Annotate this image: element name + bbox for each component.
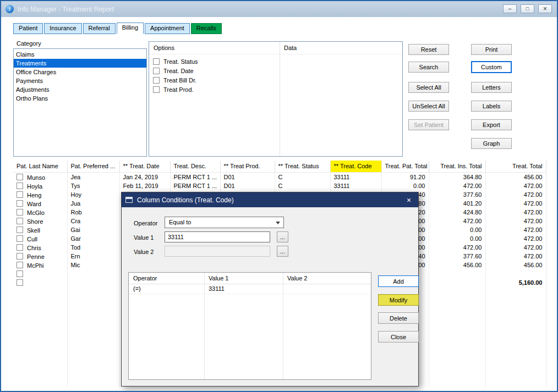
value1-input[interactable] bbox=[165, 231, 270, 242]
option-item-treat-date[interactable]: Treat. Date bbox=[149, 66, 402, 75]
dialog-close-icon[interactable]: × bbox=[400, 192, 418, 207]
maximize-button[interactable]: □ bbox=[521, 4, 534, 13]
row-checkbox[interactable] bbox=[17, 270, 23, 277]
cell-preferred: Jea bbox=[67, 173, 119, 182]
modify-button[interactable]: Modify bbox=[378, 294, 419, 306]
cell-preferred: Cra bbox=[67, 217, 119, 225]
cell-status: C bbox=[275, 181, 330, 190]
cell-last-name: Munso bbox=[27, 174, 45, 181]
labels-button[interactable]: Labels bbox=[471, 101, 512, 112]
tab-patient[interactable]: Patient bbox=[13, 23, 43, 34]
checkbox[interactable] bbox=[153, 77, 160, 84]
cell-last-name: Shore bbox=[27, 218, 43, 225]
cell-ins-total: 377.60 bbox=[429, 190, 485, 199]
col-header-ins-total[interactable]: Treat. Ins. Total bbox=[429, 161, 485, 173]
delete-button[interactable]: Delete bbox=[378, 312, 419, 324]
cell-total: 472.00 bbox=[485, 217, 546, 225]
category-item-claims[interactable]: Claims bbox=[14, 50, 146, 59]
title-bar[interactable]: i Info Manager - Treatment Report bbox=[1, 1, 557, 17]
cond-col-operator: Operator bbox=[129, 273, 204, 284]
tab-billing[interactable]: Billing bbox=[117, 23, 144, 34]
chevron-down-icon bbox=[276, 222, 280, 224]
value2-label: Value 2 bbox=[134, 249, 154, 255]
checkbox[interactable] bbox=[153, 58, 160, 65]
app-icon: i bbox=[6, 5, 14, 13]
row-checkbox[interactable] bbox=[17, 253, 23, 260]
row-checkbox[interactable] bbox=[17, 191, 23, 198]
print-button[interactable]: Print bbox=[471, 44, 512, 55]
cell-preferred: Rob bbox=[67, 208, 119, 217]
cell-date: Feb 11, 2019 bbox=[119, 181, 170, 190]
category-item-treatments[interactable]: Treatments bbox=[14, 59, 146, 68]
row-checkbox[interactable] bbox=[17, 262, 23, 268]
tab-recalls[interactable]: Recalls bbox=[191, 23, 222, 34]
cell-ins-total: 472.00 bbox=[429, 217, 485, 225]
col-header-treat-total[interactable]: Treat. Total bbox=[485, 161, 546, 173]
checkbox[interactable] bbox=[153, 86, 160, 93]
tab-referral[interactable]: Referral bbox=[83, 23, 116, 34]
col-header-treat-status[interactable]: ** Treat. Status bbox=[275, 161, 330, 173]
col-header-pat-total[interactable]: Treat. Pat. Total bbox=[381, 161, 429, 173]
value2-browse-button[interactable]: ... bbox=[277, 246, 288, 257]
category-listbox: Claims Treatments Office Charges Payment… bbox=[13, 48, 147, 157]
cell-preferred: Ern bbox=[67, 252, 119, 261]
cell-total: 472.00 bbox=[485, 252, 546, 261]
row-checkbox[interactable] bbox=[17, 235, 23, 242]
search-button[interactable]: Search bbox=[408, 62, 449, 73]
checkbox[interactable] bbox=[153, 68, 160, 74]
condition-row[interactable]: (=) 33111 bbox=[129, 284, 371, 294]
cell-ins-total: 424.80 bbox=[429, 208, 485, 217]
option-item-treat-prod[interactable]: Treat Prod. bbox=[149, 85, 402, 94]
cell-ins-total: 472.00 bbox=[429, 181, 485, 190]
category-item-ortho-plans[interactable]: Ortho Plans bbox=[14, 94, 146, 103]
tab-appointment[interactable]: Appointment bbox=[145, 23, 190, 34]
reset-button[interactable]: Reset bbox=[408, 44, 449, 55]
row-checkbox[interactable] bbox=[17, 218, 23, 224]
row-checkbox[interactable] bbox=[17, 227, 23, 233]
row-checkbox[interactable] bbox=[17, 209, 23, 216]
row-checkbox[interactable] bbox=[17, 244, 23, 251]
close-button[interactable]: × bbox=[538, 4, 552, 13]
row-checkbox[interactable] bbox=[17, 174, 23, 180]
category-item-adjustments[interactable]: Adjustments bbox=[14, 85, 146, 94]
cell-preferred: Jua bbox=[67, 199, 119, 208]
dialog-title-bar[interactable]: Column Conditions (Treat. Code) × bbox=[122, 192, 418, 207]
row-checkbox[interactable] bbox=[17, 279, 23, 286]
cell-total: 472.00 bbox=[485, 190, 546, 199]
option-item-treat-status[interactable]: Treat. Status bbox=[149, 57, 402, 66]
column-conditions-dialog: Column Conditions (Treat. Code) × Operat… bbox=[121, 192, 419, 387]
col-header-last-name[interactable]: Pat. Last Name bbox=[13, 161, 67, 173]
table-row[interactable]: Munso Jea Jan 24, 2019 PERM RCT 1 ... D0… bbox=[13, 173, 546, 182]
row-checkbox[interactable] bbox=[17, 183, 23, 189]
col-header-treat-desc[interactable]: Treat. Desc. bbox=[170, 161, 220, 173]
cell-ins-total: 0.00 bbox=[429, 225, 485, 234]
tab-insurance[interactable]: Insurance bbox=[44, 23, 81, 34]
add-button[interactable]: Add bbox=[378, 275, 419, 287]
category-label: Category bbox=[17, 40, 41, 47]
graph-button[interactable]: Graph bbox=[471, 138, 512, 149]
cell-code: 33111 bbox=[330, 173, 381, 182]
data-column-header: Data bbox=[280, 42, 297, 54]
letters-button[interactable]: Letters bbox=[471, 82, 512, 93]
unselect-all-button[interactable]: UnSelect All bbox=[408, 101, 449, 112]
col-header-treat-code[interactable]: ** Treat. Code bbox=[330, 161, 381, 173]
cell-total: 472.00 bbox=[485, 208, 546, 217]
close-dialog-button[interactable]: Close bbox=[378, 331, 419, 343]
category-item-office-charges[interactable]: Office Charges bbox=[14, 68, 146, 76]
option-item-treat-bill-dr[interactable]: Treat Bill Dr. bbox=[149, 75, 402, 85]
value1-browse-button[interactable]: ... bbox=[277, 231, 288, 242]
custom-button[interactable]: Custom bbox=[471, 61, 512, 73]
cell-ins-total: 472.00 bbox=[429, 243, 485, 252]
col-header-treat-prod[interactable]: ** Treat Prod. bbox=[220, 161, 275, 173]
table-row[interactable]: Hoyla Tys Feb 11, 2019 PERM RCT 1 ... D0… bbox=[13, 181, 546, 190]
minimize-button[interactable]: − bbox=[503, 4, 517, 13]
category-item-payments[interactable]: Payments bbox=[14, 76, 146, 85]
export-button[interactable]: Export bbox=[471, 119, 512, 130]
operator-select[interactable]: Equal to bbox=[165, 217, 284, 228]
col-header-preferred[interactable]: Pat. Preferred ... bbox=[67, 161, 119, 173]
col-header-treat-date[interactable]: ** Treat. Date bbox=[119, 161, 170, 173]
select-all-button[interactable]: Select All bbox=[408, 82, 449, 93]
cell-ins-total: 401.20 bbox=[429, 199, 485, 208]
row-checkbox[interactable] bbox=[17, 200, 23, 207]
cell-total: 472.00 bbox=[485, 199, 546, 208]
